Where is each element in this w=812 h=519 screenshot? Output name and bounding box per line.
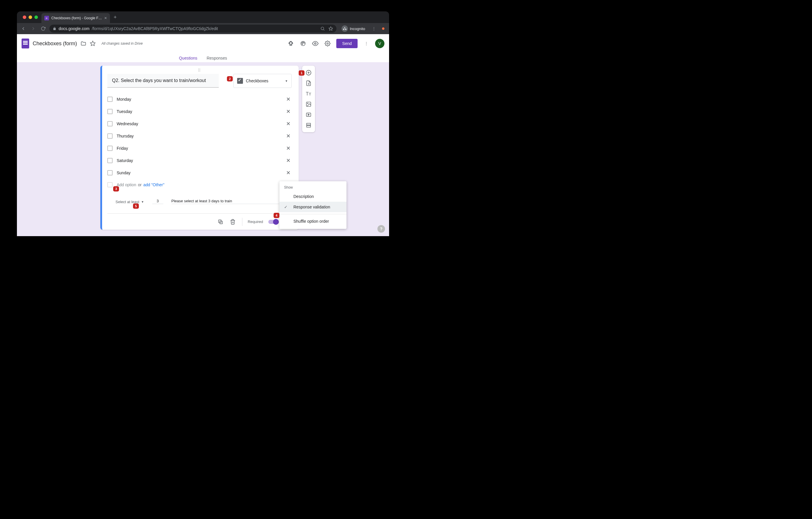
remove-option-button[interactable]: ✕ <box>285 157 292 164</box>
bookmark-star-icon[interactable] <box>328 26 333 31</box>
annotation-badge-1: 1 <box>299 70 304 76</box>
svg-marker-20 <box>308 114 309 116</box>
divider <box>242 218 242 226</box>
new-tab-button[interactable]: + <box>110 14 120 21</box>
incognito-indicator[interactable]: Incognito <box>339 25 368 32</box>
page: Checkboxes (form) All changes saved in D… <box>17 34 389 236</box>
validation-number-input[interactable] <box>152 198 163 204</box>
required-toggle[interactable] <box>268 220 278 224</box>
add-image-button[interactable] <box>303 99 314 109</box>
remove-option-button[interactable]: ✕ <box>285 120 292 127</box>
search-icon[interactable] <box>320 26 325 31</box>
import-questions-button[interactable] <box>303 78 314 88</box>
remove-option-button[interactable]: ✕ <box>285 108 292 115</box>
remove-option-button[interactable]: ✕ <box>285 170 292 176</box>
add-option-button[interactable]: Add option <box>117 183 136 187</box>
option-label[interactable]: Wednesday <box>117 121 281 126</box>
settings-button[interactable] <box>324 40 331 47</box>
chevron-down-icon: ▼ <box>285 79 288 83</box>
reload-button[interactable] <box>39 25 47 33</box>
drag-handle-icon[interactable]: ⠿ <box>107 68 292 73</box>
or-label: or <box>138 183 141 187</box>
option-row[interactable]: Tuesday✕ <box>107 105 292 118</box>
address-bar[interactable]: docs.google.com/forms/d/1qUXsryC2a2AvBCA… <box>49 24 337 33</box>
option-label[interactable]: Sunday <box>117 170 281 175</box>
option-label[interactable]: Tuesday <box>117 109 281 114</box>
menu-item-shuffle[interactable]: Shuffle option order <box>280 216 347 226</box>
option-label[interactable]: Thursday <box>117 134 281 138</box>
move-to-folder-button[interactable] <box>81 40 86 47</box>
browser-tab-strip: ≡ Checkboxes (form) - Google F… ✕ + <box>17 11 389 23</box>
remove-option-button[interactable]: ✕ <box>285 145 292 152</box>
more-button[interactable]: ⋮ <box>363 40 370 47</box>
theme-button[interactable] <box>299 40 307 47</box>
maximize-window-icon[interactable] <box>34 16 38 19</box>
url-path: /forms/d/1qUXsryC2a2AvBCAf8P5RyXWfTwCTQp… <box>92 26 218 31</box>
question-card[interactable]: ⠿ Checkboxes ▼ Monday✕Tuesday✕Wednesday✕… <box>100 66 299 230</box>
save-status: All changes saved in Drive <box>102 42 143 46</box>
svg-line-1 <box>323 29 324 30</box>
annotation-badge-2: 2 <box>227 76 233 81</box>
validation-mode-select[interactable]: Select at least ▼ <box>116 200 144 204</box>
star-button[interactable] <box>90 40 96 47</box>
add-section-button[interactable] <box>303 120 314 131</box>
checkbox-icon <box>107 158 113 163</box>
add-video-button[interactable] <box>303 109 314 120</box>
add-question-button[interactable] <box>303 67 314 78</box>
forms-logo-icon[interactable] <box>22 38 29 49</box>
side-toolbar: Tᴛ <box>302 66 315 132</box>
svg-marker-3 <box>90 41 95 46</box>
add-title-button[interactable]: Tᴛ <box>303 88 314 99</box>
avatar[interactable]: V <box>375 39 384 48</box>
forward-button[interactable] <box>29 25 37 33</box>
app-header: Checkboxes (form) All changes saved in D… <box>17 34 389 53</box>
checkbox-icon <box>107 146 113 151</box>
question-type-select[interactable]: Checkboxes ▼ <box>233 74 292 88</box>
help-button[interactable]: ? <box>377 225 385 233</box>
svg-point-9 <box>315 43 316 44</box>
profile-indicator-icon <box>382 27 384 30</box>
menu-item-description[interactable]: Description <box>280 191 347 202</box>
annotation-badge-3: 3 <box>113 186 119 191</box>
validation-message-input[interactable] <box>172 198 292 204</box>
question-type-label: Checkboxes <box>246 79 268 83</box>
chevron-down-icon: ▼ <box>141 200 144 203</box>
option-row[interactable]: Thursday✕ <box>107 130 292 142</box>
option-row[interactable]: Sunday✕ <box>107 167 292 179</box>
option-row[interactable]: Monday✕ <box>107 93 292 105</box>
remove-option-button[interactable]: ✕ <box>285 96 292 103</box>
checkbox-icon <box>107 121 113 127</box>
incognito-label: Incognito <box>350 27 365 31</box>
preview-button[interactable] <box>312 40 319 47</box>
browser-menu-button[interactable]: ⋮ <box>370 25 378 33</box>
menu-section-header: Show <box>280 184 347 191</box>
add-other-button[interactable]: add "Other" <box>143 183 164 187</box>
option-row[interactable]: Saturday✕ <box>107 155 292 167</box>
svg-point-6 <box>303 43 304 44</box>
addons-button[interactable] <box>287 40 294 47</box>
checkbox-icon <box>237 78 243 84</box>
required-label: Required <box>248 219 263 224</box>
option-label[interactable]: Monday <box>117 97 281 102</box>
back-button[interactable] <box>19 25 27 33</box>
form-title[interactable]: Checkboxes (form) <box>33 40 77 47</box>
remove-option-button[interactable]: ✕ <box>285 133 292 139</box>
svg-point-7 <box>303 42 303 43</box>
minimize-window-icon[interactable] <box>29 16 32 19</box>
svg-rect-21 <box>307 123 310 125</box>
send-button[interactable]: Send <box>336 39 357 48</box>
delete-button[interactable] <box>230 219 237 225</box>
option-label[interactable]: Friday <box>117 146 281 151</box>
close-tab-icon[interactable]: ✕ <box>104 16 107 20</box>
svg-point-5 <box>302 43 303 44</box>
option-row[interactable]: Friday✕ <box>107 142 292 155</box>
checkbox-placeholder-icon <box>107 182 113 187</box>
question-title-input[interactable] <box>107 74 219 88</box>
option-label[interactable]: Saturday <box>117 158 281 163</box>
close-window-icon[interactable] <box>23 16 26 19</box>
duplicate-button[interactable] <box>218 219 225 225</box>
checkbox-icon <box>107 97 113 102</box>
option-row[interactable]: Wednesday✕ <box>107 118 292 130</box>
menu-item-response-validation[interactable]: Response validation <box>280 202 347 212</box>
browser-tab[interactable]: ≡ Checkboxes (form) - Google F… ✕ <box>41 13 110 23</box>
